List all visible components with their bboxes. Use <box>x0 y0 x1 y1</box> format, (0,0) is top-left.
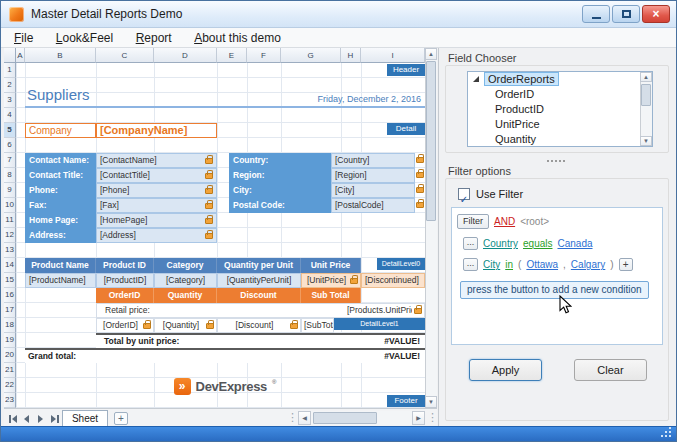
tree-node-quantity[interactable]: Quantity <box>495 132 536 147</box>
condition-field-link[interactable]: Country <box>483 238 518 249</box>
add-value-button[interactable]: + <box>619 258 633 271</box>
apply-button[interactable]: Apply <box>469 359 542 381</box>
column-header-F[interactable]: F <box>247 48 281 63</box>
scroll-left-button[interactable]: ◀ <box>298 411 311 425</box>
column-header-C[interactable]: C <box>96 48 154 63</box>
use-filter-label[interactable]: Use Filter <box>476 188 523 200</box>
order-value-cell[interactable]: [Discount] <box>217 318 301 333</box>
product-header-cell[interactable]: Category <box>154 258 217 273</box>
column-header-B[interactable]: B <box>25 48 96 63</box>
next-sheet-button[interactable] <box>34 413 47 424</box>
row-header-6[interactable]: 6 <box>4 138 16 153</box>
close-button[interactable]: × <box>642 5 670 23</box>
tree-scroll-up-button[interactable]: ▲ <box>640 72 652 82</box>
row-header-4[interactable]: 4 <box>4 108 16 123</box>
row-header-7[interactable]: 7 <box>4 153 16 168</box>
field-label-city[interactable]: City: <box>229 183 331 198</box>
report-date[interactable]: Friday, December 2, 2016 <box>251 94 421 104</box>
tree-scroll-thumb[interactable] <box>641 84 651 106</box>
row-header-21[interactable]: 21 <box>4 363 16 378</box>
use-filter-checkbox[interactable]: ✓ <box>458 188 470 200</box>
condition-menu-button[interactable]: ... <box>463 258 478 271</box>
row-header-22[interactable]: 22 <box>4 378 16 393</box>
product-value-cell[interactable]: [ProductName] <box>25 273 96 288</box>
condition-value-link[interactable]: Ottawa <box>526 259 558 270</box>
band-tag-footer[interactable]: Footer <box>387 395 425 407</box>
field-value-city[interactable]: [City] <box>331 183 415 198</box>
unit-total-row[interactable]: Total by unit price: #VALUE! <box>96 333 425 348</box>
field-value-contact-name[interactable]: [ContactName] <box>96 153 217 168</box>
order-header-cell[interactable]: Sub Total <box>301 288 361 303</box>
field-value-fax[interactable]: [Fax] <box>96 198 217 213</box>
order-header-cell[interactable]: Discount <box>217 288 301 303</box>
field-label-contact-title[interactable]: Contact Title: <box>25 168 96 183</box>
resize-grip-icon[interactable] <box>669 435 671 437</box>
row-header-17[interactable]: 17 <box>4 303 16 318</box>
panel-splitter-handle[interactable] <box>547 160 549 162</box>
condition-menu-button[interactable]: ... <box>463 237 478 250</box>
add-sheet-button[interactable]: + <box>114 412 128 425</box>
company-value-cell[interactable]: [CompanyName] <box>96 123 217 138</box>
order-header-cell[interactable]: Quantity <box>154 288 217 303</box>
field-value-region[interactable]: [Region] <box>331 168 415 183</box>
row-header-5[interactable]: 5 <box>4 123 16 138</box>
product-value-cell[interactable]: [QuantityPerUnit] <box>217 273 301 288</box>
sheet-tab[interactable]: Sheet <box>62 410 108 427</box>
expand-icon[interactable] <box>473 76 479 82</box>
row-header-1[interactable]: 1 <box>4 63 16 78</box>
tab-splitter-icon[interactable]: ⋮ <box>287 410 298 424</box>
company-label-cell[interactable]: Company <box>25 123 96 138</box>
last-sheet-button[interactable] <box>48 413 61 424</box>
row-header-8[interactable]: 8 <box>4 168 16 183</box>
devexpress-logo[interactable]: » DevExpress ® <box>25 377 425 396</box>
scroll-down-button[interactable]: ▼ <box>425 396 437 408</box>
product-value-cell[interactable]: [Category] <box>154 273 217 288</box>
product-value-cell[interactable]: [UnitPrice] <box>301 273 361 288</box>
row-header-18[interactable]: 18 <box>4 318 16 333</box>
field-value-home-page[interactable]: [HomePage] <box>96 213 217 228</box>
group-operator-link[interactable]: AND <box>494 216 515 227</box>
column-header-H[interactable]: H <box>341 48 361 63</box>
row-header-16[interactable]: 16 <box>4 288 16 303</box>
row-header-23[interactable]: 23 <box>4 393 16 408</box>
condition-value-link[interactable]: Calgary <box>571 259 605 270</box>
condition-field-link[interactable]: City <box>483 259 500 270</box>
row-header-9[interactable]: 9 <box>4 183 16 198</box>
filter-menu-button[interactable]: Filter <box>457 214 489 229</box>
product-header-cell[interactable]: Product Name <box>25 258 96 273</box>
field-label-address[interactable]: Address: <box>25 228 96 243</box>
field-label-postal-code[interactable]: Postal Code: <box>229 198 331 213</box>
band-tag-detaillevel0[interactable]: DetailLevel0 <box>377 258 425 270</box>
order-value-cell[interactable]: [OrderID] <box>96 318 154 333</box>
band-tag-detaillevel1[interactable]: DetailLevel1 <box>334 318 425 330</box>
condition-operator-link[interactable]: in <box>505 259 513 270</box>
tree-node-productid[interactable]: ProductID <box>495 102 544 117</box>
row-header-20[interactable]: 20 <box>4 348 16 363</box>
order-value-cell[interactable]: [SubTotal] <box>301 318 334 333</box>
row-header-2[interactable]: 2 <box>4 78 16 93</box>
row-header-19[interactable]: 19 <box>4 333 16 348</box>
product-value-cell[interactable]: [Discontinued] <box>361 273 425 288</box>
row-header-13[interactable]: 13 <box>4 243 16 258</box>
menu-report[interactable]: Report <box>127 29 181 48</box>
menu-about[interactable]: About this demo <box>185 29 290 48</box>
product-header-cell[interactable]: Quantity per Unit <box>217 258 301 273</box>
row-header-15[interactable]: 15 <box>4 273 16 288</box>
select-all-corner[interactable] <box>4 48 16 63</box>
field-label-phone[interactable]: Phone: <box>25 183 96 198</box>
tree-scroll-down-button[interactable]: ▼ <box>640 136 652 146</box>
menu-file[interactable]: File <box>5 29 42 48</box>
field-value-address[interactable]: [Address] <box>96 228 217 243</box>
tree-node-unitprice[interactable]: UnitPrice <box>495 117 540 132</box>
report-title[interactable]: Suppliers <box>27 86 90 103</box>
column-header-I[interactable]: I <box>361 48 425 63</box>
field-label-fax[interactable]: Fax: <box>25 198 96 213</box>
order-header-cell[interactable]: OrderID <box>96 288 154 303</box>
retail-price-row[interactable]: Retail price: [Products.UnitPrice] <box>96 303 425 318</box>
field-value-postal-code[interactable]: [PostalCode] <box>331 198 415 213</box>
field-value-country[interactable]: [Country] <box>331 153 415 168</box>
horizontal-scroll-thumb[interactable] <box>313 412 377 424</box>
menu-lookandfeel[interactable]: Look&Feel <box>47 29 122 48</box>
condition-value-link[interactable]: Canada <box>557 238 592 249</box>
vertical-scroll-thumb[interactable] <box>426 61 436 221</box>
